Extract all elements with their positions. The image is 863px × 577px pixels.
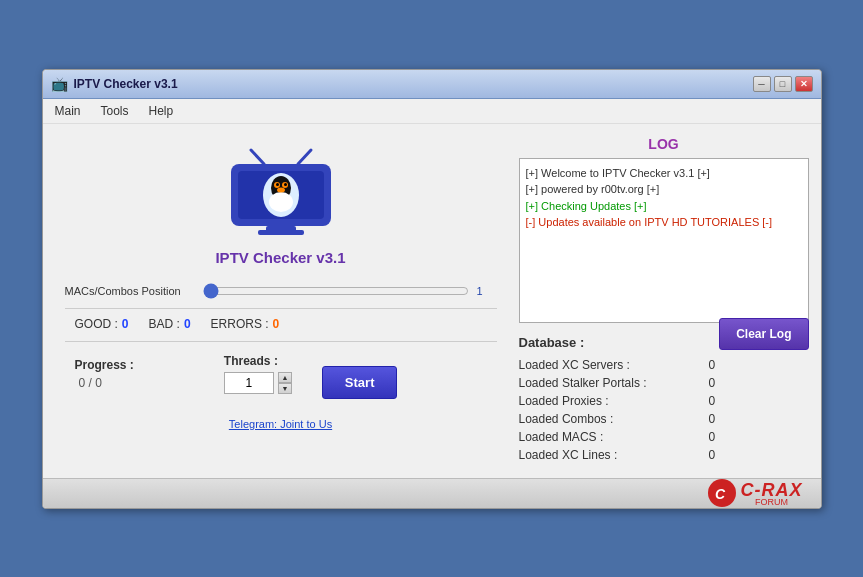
form-section: MACs/Combos Position 1 GOOD : 0 BAD : — [55, 284, 507, 431]
db-row-xc-lines: Loaded XC Lines : 0 — [519, 448, 809, 462]
position-slider[interactable] — [203, 284, 469, 298]
db-label-macs: Loaded MACS : — [519, 430, 604, 444]
slider-container: 1 — [203, 284, 497, 298]
svg-point-7 — [276, 183, 279, 186]
menu-help[interactable]: Help — [145, 102, 178, 120]
log-line-3: [-] Updates available on IPTV HD TUTORIA… — [526, 214, 802, 231]
right-panel: LOG [+] Welcome to IPTV Checker v3.1 [+]… — [519, 136, 809, 466]
title-buttons: ─ □ ✕ — [753, 76, 813, 92]
db-row-macs: Loaded MACS : 0 — [519, 430, 809, 444]
threads-input[interactable] — [224, 372, 274, 394]
good-label: GOOD : — [75, 317, 118, 331]
svg-point-8 — [284, 183, 287, 186]
title-bar-left: 📺 IPTV Checker v3.1 — [51, 76, 178, 92]
macscombo-row: MACs/Combos Position 1 — [65, 284, 497, 298]
macscombo-label: MACs/Combos Position — [65, 285, 195, 297]
divider-2 — [65, 341, 497, 342]
errors-label: ERRORS : — [211, 317, 269, 331]
db-row-xc-servers: Loaded XC Servers : 0 — [519, 358, 809, 372]
crax-shield-icon: C — [707, 478, 737, 508]
log-line-2: [+] Checking Updates [+] — [526, 198, 802, 215]
database-section: Database : Loaded XC Servers : 0 Loaded … — [519, 335, 809, 466]
db-row-proxies: Loaded Proxies : 0 — [519, 394, 809, 408]
svg-line-10 — [251, 150, 264, 164]
db-val-stalker: 0 — [709, 376, 729, 390]
progress-value: 0 / 0 — [75, 376, 134, 390]
threads-input-row: ▲ ▼ — [224, 372, 292, 394]
title-bar: 📺 IPTV Checker v3.1 ─ □ ✕ — [43, 70, 821, 99]
svg-line-11 — [298, 150, 311, 164]
threads-label: Threads : — [224, 354, 292, 368]
threads-up-button[interactable]: ▲ — [278, 372, 292, 383]
good-value: 0 — [122, 317, 129, 331]
db-label-combos: Loaded Combos : — [519, 412, 614, 426]
bottom-bar: C C-RAX FORUM — [43, 478, 821, 508]
close-button[interactable]: ✕ — [795, 76, 813, 92]
bad-label: BAD : — [149, 317, 180, 331]
db-label-xc-servers: Loaded XC Servers : — [519, 358, 630, 372]
db-val-xc-servers: 0 — [709, 358, 729, 372]
progress-block: Progress : 0 / 0 — [75, 358, 134, 390]
db-label-stalker: Loaded Stalker Portals : — [519, 376, 647, 390]
start-button[interactable]: Start — [322, 366, 398, 399]
db-val-proxies: 0 — [709, 394, 729, 408]
threads-block: Threads : ▲ ▼ — [224, 354, 292, 394]
stat-errors: ERRORS : 0 — [211, 317, 280, 331]
db-val-macs: 0 — [709, 430, 729, 444]
menu-tools[interactable]: Tools — [97, 102, 133, 120]
crax-logo: C C-RAX FORUM — [699, 474, 811, 512]
stat-bad: BAD : 0 — [149, 317, 191, 331]
stats-row: GOOD : 0 BAD : 0 ERRORS : 0 — [65, 317, 497, 331]
tv-icon — [226, 146, 336, 236]
log-title: LOG — [519, 136, 809, 152]
divider-1 — [65, 308, 497, 309]
app-title: IPTV Checker v3.1 — [215, 249, 345, 266]
threads-spinner: ▲ ▼ — [278, 372, 292, 394]
bad-value: 0 — [184, 317, 191, 331]
stat-good: GOOD : 0 — [75, 317, 129, 331]
db-rows-area: Loaded XC Servers : 0 Loaded Stalker Por… — [519, 358, 809, 462]
menu-bar: Main Tools Help — [43, 99, 821, 124]
errors-value: 0 — [273, 317, 280, 331]
svg-text:C: C — [715, 486, 726, 502]
slider-value: 1 — [477, 285, 497, 297]
window-title: IPTV Checker v3.1 — [74, 77, 178, 91]
log-box: [+] Welcome to IPTV Checker v3.1 [+] [+]… — [519, 158, 809, 323]
progress-threads-row: Progress : 0 / 0 Threads : ▲ ▼ — [65, 350, 497, 399]
tv-icon-wrapper — [226, 146, 336, 239]
svg-point-9 — [277, 187, 285, 192]
db-label-xc-lines: Loaded XC Lines : — [519, 448, 618, 462]
db-val-xc-lines: 0 — [709, 448, 729, 462]
svg-point-4 — [269, 192, 293, 212]
maximize-button[interactable]: □ — [774, 76, 792, 92]
db-val-combos: 0 — [709, 412, 729, 426]
log-line-0: [+] Welcome to IPTV Checker v3.1 [+] — [526, 165, 802, 182]
threads-down-button[interactable]: ▼ — [278, 383, 292, 394]
telegram-link[interactable]: Telegram: Joint to Us — [229, 418, 332, 430]
app-icon: 📺 — [51, 76, 68, 92]
svg-rect-13 — [258, 230, 304, 235]
progress-label: Progress : — [75, 358, 134, 372]
log-line-1: [+] powered by r00tv.org [+] — [526, 181, 802, 198]
db-label-proxies: Loaded Proxies : — [519, 394, 609, 408]
left-panel: IPTV Checker v3.1 MACs/Combos Position 1… — [55, 136, 507, 466]
db-row-stalker: Loaded Stalker Portals : 0 — [519, 376, 809, 390]
menu-main[interactable]: Main — [51, 102, 85, 120]
clear-log-button[interactable]: Clear Log — [719, 318, 808, 350]
db-row-combos: Loaded Combos : 0 — [519, 412, 809, 426]
main-window: 📺 IPTV Checker v3.1 ─ □ ✕ Main Tools Hel… — [42, 69, 822, 509]
content-area: IPTV Checker v3.1 MACs/Combos Position 1… — [43, 124, 821, 478]
minimize-button[interactable]: ─ — [753, 76, 771, 92]
